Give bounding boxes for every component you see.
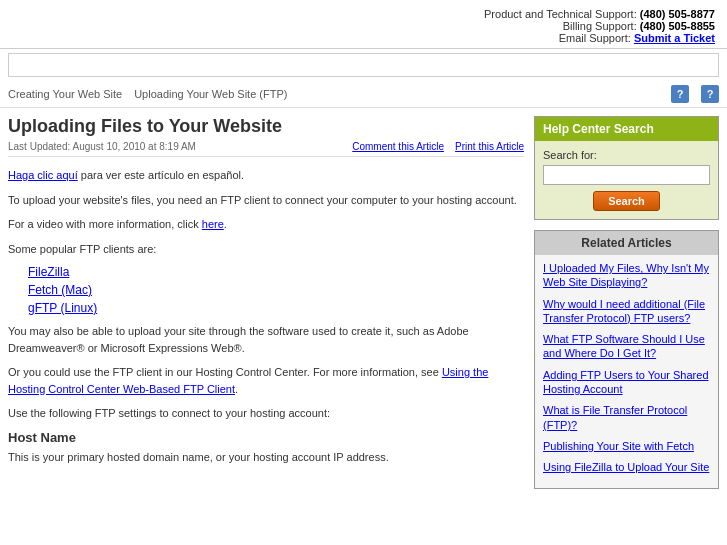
search-label: Search for: — [543, 149, 710, 161]
related-link[interactable]: What FTP Software Should I Use and Where… — [543, 332, 710, 361]
search-button[interactable]: Search — [593, 191, 660, 211]
print-link[interactable]: Print this Article — [455, 141, 524, 152]
list-item: gFTP (Linux) — [28, 301, 524, 315]
related-link[interactable]: Publishing Your Site with Fetch — [543, 439, 710, 453]
header: Product and Technical Support: (480) 505… — [0, 0, 727, 49]
submit-ticket-link[interactable]: Submit a Ticket — [634, 32, 715, 44]
article-title: Uploading Files to Your Website — [8, 116, 524, 137]
comment-link[interactable]: Comment this Article — [352, 141, 444, 152]
host-name-desc: This is your primary hosted domain name,… — [8, 449, 524, 466]
search-box-title: Help Center Search — [535, 117, 718, 141]
video-section: For a video with more information, click… — [8, 216, 524, 233]
list-item: Fetch (Mac) — [28, 283, 524, 297]
settings-section: Use the following FTP settings to connec… — [8, 405, 524, 422]
para6: Use the following FTP settings to connec… — [8, 405, 524, 422]
related-link[interactable]: I Uploaded My Files, Why Isn't My Web Si… — [543, 261, 710, 290]
list-item: FileZilla — [28, 265, 524, 279]
para5: Or you could use the FTP client in our H… — [8, 364, 524, 397]
article-actions: Comment this Article Print this Article — [352, 141, 524, 152]
control-center-section: Or you could use the FTP client in our H… — [8, 364, 524, 397]
breadcrumb-creating[interactable]: Creating Your Web Site — [8, 88, 122, 100]
help-icon-2[interactable]: ? — [701, 85, 719, 103]
here-link[interactable]: here — [202, 218, 224, 230]
related-articles-title: Related Articles — [535, 231, 718, 255]
gftp-link[interactable]: gFTP (Linux) — [28, 301, 97, 315]
related-articles-body: I Uploaded My Files, Why Isn't My Web Si… — [535, 255, 718, 488]
para2-suffix: . — [224, 218, 227, 230]
help-center-search-box: Help Center Search Search for: Search — [534, 116, 719, 220]
last-updated: Last Updated: August 10, 2010 at 8:19 AM — [8, 141, 196, 152]
host-name-title: Host Name — [8, 430, 524, 445]
intro-section: To upload your website's files, you need… — [8, 192, 524, 209]
clients-section: Some popular FTP clients are: FileZilla … — [8, 241, 524, 316]
help-icon-1[interactable]: ? — [671, 85, 689, 103]
related-link[interactable]: Using FileZilla to Upload Your Site — [543, 460, 710, 474]
main-layout: Uploading Files to Your Website Last Upd… — [0, 108, 727, 497]
para1: To upload your website's files, you need… — [8, 192, 524, 209]
related-articles-box: Related Articles I Uploaded My Files, Wh… — [534, 230, 719, 489]
article-content: Uploading Files to Your Website Last Upd… — [8, 116, 524, 489]
spanish-link[interactable]: Haga clic aquí — [8, 169, 78, 181]
fetch-link[interactable]: Fetch (Mac) — [28, 283, 92, 297]
billing-support-phone: (480) 505-8855 — [640, 20, 715, 32]
para2: For a video with more information, click… — [8, 216, 524, 233]
sidebar: Help Center Search Search for: Search Re… — [534, 116, 719, 489]
para5-suffix: . — [235, 383, 238, 395]
ftp-clients-list: FileZilla Fetch (Mac) gFTP (Linux) — [28, 265, 524, 315]
search-input[interactable] — [543, 165, 710, 185]
product-support-phone: (480) 505-8877 — [640, 8, 715, 20]
related-link[interactable]: Why would I need additional (File Transf… — [543, 297, 710, 326]
host-name-section: Host Name This is your primary hosted do… — [8, 430, 524, 466]
article-meta: Last Updated: August 10, 2010 at 8:19 AM… — [8, 141, 524, 157]
email-support-label: Email Support: — [559, 32, 631, 44]
spanish-suffix: para ver este artículo en español. — [78, 169, 244, 181]
help-icons: ? ? — [671, 85, 719, 103]
product-support-label: Product and Technical Support: — [484, 8, 637, 20]
breadcrumb-uploading[interactable]: Uploading Your Web Site (FTP) — [134, 88, 287, 100]
spanish-section: Haga clic aquí para ver este artículo en… — [8, 167, 524, 184]
navbar — [8, 53, 719, 77]
para2-prefix: For a video with more information, click — [8, 218, 202, 230]
para3: Some popular FTP clients are: — [8, 241, 524, 258]
para5-prefix: Or you could use the FTP client in our H… — [8, 366, 442, 378]
related-link[interactable]: Adding FTP Users to Your Shared Hosting … — [543, 368, 710, 397]
billing-support-label: Billing Support: — [563, 20, 637, 32]
search-box-body: Search for: Search — [535, 141, 718, 219]
para4: You may also be able to upload your site… — [8, 323, 524, 356]
breadcrumb-bar: Creating Your Web Site Uploading Your We… — [0, 81, 727, 108]
related-link[interactable]: What is File Transfer Protocol (FTP)? — [543, 403, 710, 432]
filezilla-link[interactable]: FileZilla — [28, 265, 69, 279]
software-section: You may also be able to upload your site… — [8, 323, 524, 356]
